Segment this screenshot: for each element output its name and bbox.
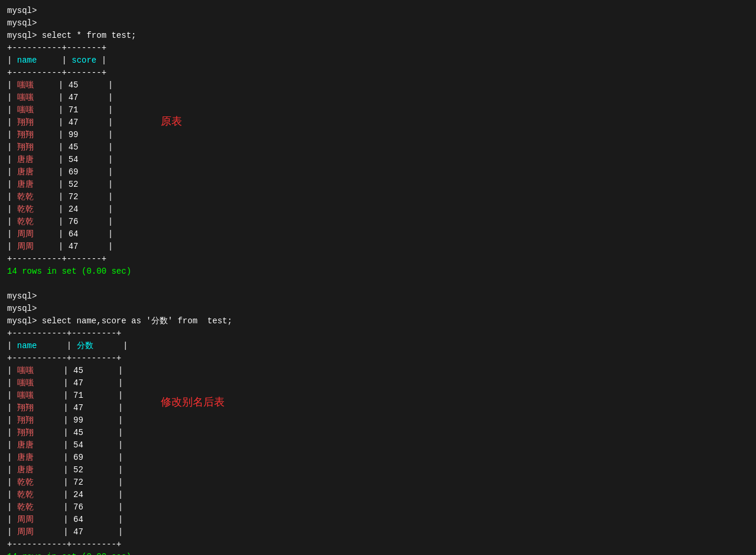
table-sep-top-2: +-----------+---------+ <box>7 327 749 340</box>
table-sep-mid-2: +-----------+---------+ <box>7 352 749 365</box>
table-row: | 嗤嗤 | 45 | <box>7 365 749 377</box>
table-row: | 唐唐 | 69 | <box>7 166 749 178</box>
table-row: | 翔翔 | 45 | <box>7 427 749 439</box>
table-header-1: | name | score | <box>7 54 749 67</box>
prompt-line-1: mysql> <box>7 5 749 17</box>
table-row: | 翔翔 | 47 | <box>7 116 749 129</box>
prompt-line-4: mysql> <box>7 303 749 315</box>
table-row: | 唐唐 | 54 | <box>7 154 749 166</box>
table-header-2: | name | 分数 | <box>7 340 749 352</box>
empty-1 <box>7 278 749 290</box>
command-line-1: mysql> select * from test; <box>7 30 749 42</box>
annotation-original: 原表 <box>161 114 182 128</box>
prompt-line-3: mysql> <box>7 290 749 303</box>
table-row: | 乾乾 | 72 | <box>7 476 749 489</box>
table-row: | 乾乾 | 24 | <box>7 203 749 216</box>
table-sep-top-1: +----------+-------+ <box>7 42 749 54</box>
table-row: | 翔翔 | 45 | <box>7 141 749 154</box>
table-row: | 嗤嗤 | 71 | <box>7 390 749 402</box>
table-sep-bot-1: +----------+-------+ <box>7 253 749 265</box>
annotation-renamed: 修改别名后表 <box>161 395 225 409</box>
table-row: | 翔翔 | 47 | <box>7 402 749 414</box>
table-row: | 周周 | 47 | <box>7 241 749 253</box>
table-row: | 乾乾 | 76 | <box>7 501 749 514</box>
table-row: | 周周 | 64 | <box>7 514 749 526</box>
table-row: | 乾乾 | 72 | <box>7 191 749 203</box>
table-body-1: | 嗤嗤 | 45 || 嗤嗤 | 47 || 嗤嗤 | 71 || 翔翔 | … <box>7 79 749 253</box>
table-row: | 嗤嗤 | 47 | <box>7 377 749 390</box>
table-row: | 唐唐 | 69 | <box>7 452 749 464</box>
prompt-line-2: mysql> <box>7 17 749 30</box>
table-row: | 周周 | 64 | <box>7 228 749 241</box>
table-row: | 嗤嗤 | 45 | <box>7 79 749 92</box>
table-sep-mid-1: +----------+-------+ <box>7 67 749 79</box>
table-row: | 翔翔 | 99 | <box>7 414 749 427</box>
table-row: | 乾乾 | 24 | <box>7 489 749 501</box>
result-info-2: 14 rows in set (0.00 sec) <box>7 551 749 555</box>
table-sep-bot-2: +-----------+---------+ <box>7 538 749 551</box>
terminal: mysql> mysql> mysql> select * from test;… <box>7 5 749 555</box>
table-row: | 嗤嗤 | 71 | <box>7 104 749 116</box>
command-line-2: mysql> select name,score as '分数' from te… <box>7 315 749 327</box>
table-row: | 周周 | 47 | <box>7 526 749 538</box>
table-row: | 翔翔 | 99 | <box>7 129 749 141</box>
table-row: | 嗤嗤 | 47 | <box>7 92 749 104</box>
table-row: | 乾乾 | 76 | <box>7 216 749 228</box>
table-row: | 唐唐 | 52 | <box>7 178 749 191</box>
table-row: | 唐唐 | 52 | <box>7 464 749 476</box>
table-row: | 唐唐 | 54 | <box>7 439 749 452</box>
result-info-1: 14 rows in set (0.00 sec) <box>7 265 749 278</box>
table-body-2: | 嗤嗤 | 45 || 嗤嗤 | 47 || 嗤嗤 | 71 || 翔翔 | … <box>7 365 749 538</box>
